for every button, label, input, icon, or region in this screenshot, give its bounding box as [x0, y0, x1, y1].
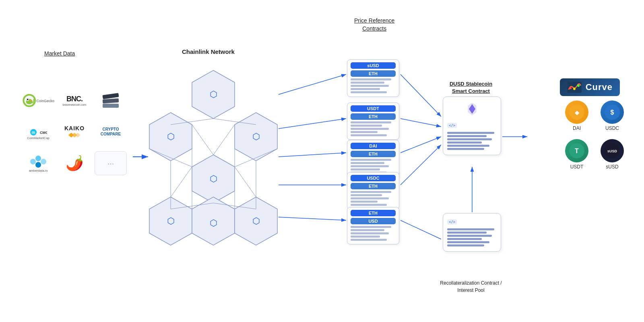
- svg-text:⬡: ⬡: [167, 131, 175, 142]
- token-susd: sUSD sUSD: [601, 139, 624, 170]
- contract-susd-eth: sUSD ETH: [347, 59, 399, 97]
- logo-bnc: BNC. bravenewcoin.com: [58, 88, 91, 113]
- diagram-container: ⬡ ⬡ ⬡ ⬡ ⬡ ⬡ ⬡: [0, 0, 644, 322]
- svg-text:sUSD: sUSD: [607, 149, 617, 153]
- market-data-section: CoinGecko BNC. bravenewcoin.com m C: [22, 88, 127, 175]
- recoll-contract-card: </>: [443, 213, 501, 252]
- logo-more: ···: [95, 151, 127, 175]
- svg-point-49: [30, 100, 32, 101]
- logo-coingecko: CoinGecko: [22, 88, 54, 113]
- chainlink-network-label: Chainlink Network: [182, 48, 235, 55]
- svg-line-39: [400, 137, 441, 153]
- recoll-label: Recollateralization Contract /Interest P…: [427, 279, 515, 294]
- dai-circle: ◈: [565, 100, 588, 124]
- svg-text:⬡: ⬡: [252, 131, 260, 142]
- svg-line-23: [192, 125, 213, 155]
- svg-line-29: [171, 203, 213, 209]
- contract-usdt-eth: USDT ETH: [347, 103, 399, 140]
- badge-susd: sUSD: [351, 62, 396, 69]
- usdt-circle: T: [565, 139, 588, 162]
- svg-line-38: [400, 119, 441, 127]
- logo-amberdata: amberdata.io: [22, 151, 54, 175]
- svg-text:⬡: ⬡: [210, 89, 217, 99]
- contract-usdc-eth: USDC ETH: [347, 172, 399, 209]
- badge-usdc: USDC: [351, 175, 396, 181]
- svg-line-26: [235, 149, 277, 167]
- svg-rect-51: [103, 98, 119, 104]
- svg-marker-3: [149, 113, 192, 161]
- svg-line-34: [279, 153, 346, 157]
- badge-usd: USD: [351, 218, 396, 224]
- svg-line-24: [213, 125, 235, 155]
- badge-eth-4: ETH: [351, 183, 396, 189]
- svg-line-16: [213, 119, 256, 125]
- token-row-2: T USDT sUSD sUSD: [565, 139, 624, 170]
- contract-eth-usd: ETH USD: [347, 207, 399, 244]
- svg-marker-1: [192, 70, 235, 119]
- logo-kaiko: KAIKO: [58, 120, 91, 144]
- svg-rect-52: [103, 104, 119, 108]
- svg-marker-9: [149, 197, 192, 245]
- svg-line-15: [171, 119, 213, 125]
- svg-text:m: m: [32, 130, 35, 135]
- badge-dai: DAI: [351, 143, 396, 149]
- svg-point-67: [577, 84, 580, 87]
- usdc-label: USDC: [605, 125, 619, 131]
- logo-stackery: [95, 88, 127, 113]
- svg-line-36: [279, 217, 346, 220]
- svg-point-62: [35, 162, 41, 168]
- usdc-circle: $: [601, 100, 624, 124]
- logo-coinmarketcap: m CMC CoinMarketCap: [22, 120, 54, 144]
- svg-text:⬡: ⬡: [167, 216, 175, 226]
- token-usdc: $ USDC: [601, 100, 624, 131]
- svg-line-33: [279, 119, 346, 129]
- svg-line-28: [235, 167, 256, 197]
- svg-text:CMC: CMC: [40, 131, 47, 135]
- svg-line-27: [171, 167, 192, 197]
- dusd-smart-contract-card: </>: [443, 96, 501, 155]
- badge-usdt: USDT: [351, 105, 396, 112]
- logo-chili: 🌶️: [58, 151, 91, 175]
- svg-marker-5: [235, 113, 277, 161]
- svg-point-59: [30, 159, 36, 164]
- svg-point-61: [41, 159, 46, 164]
- price-ref-label: Price ReferenceContracts: [354, 17, 394, 33]
- svg-marker-58: [75, 133, 80, 137]
- dusd-label: DUSD StablecoinSmart Contract: [431, 80, 511, 95]
- badge-eth-1: ETH: [351, 70, 396, 77]
- svg-line-25: [149, 149, 192, 167]
- market-data-label: Market Data: [44, 50, 75, 57]
- svg-text:⬡: ⬡: [252, 216, 260, 226]
- susd-circle: sUSD: [601, 139, 624, 162]
- token-dai: ◈ DAI: [565, 100, 588, 131]
- svg-point-65: [569, 87, 572, 89]
- svg-text:◈: ◈: [574, 109, 580, 116]
- token-usdt: T USDT: [565, 139, 588, 170]
- svg-marker-7: [192, 155, 235, 203]
- svg-text:⬡: ⬡: [210, 218, 217, 228]
- svg-line-43: [400, 220, 441, 239]
- svg-point-48: [27, 98, 29, 100]
- token-section: ◈ DAI $ USDC: [565, 100, 624, 178]
- logo-cryptocompare: CRYPTOCOMPARE: [95, 120, 127, 144]
- recoll-code-tag: </>: [447, 219, 457, 224]
- svg-text:$: $: [611, 109, 614, 116]
- svg-marker-11: [192, 197, 235, 245]
- svg-line-40: [400, 145, 441, 185]
- svg-text:⬡: ⬡: [210, 174, 217, 184]
- svg-marker-13: [235, 197, 277, 245]
- svg-line-30: [213, 203, 256, 209]
- svg-line-32: [279, 74, 346, 94]
- dai-label: DAI: [573, 125, 581, 131]
- curve-label: Curve: [586, 82, 613, 92]
- curve-badge: Curve: [560, 78, 620, 96]
- svg-point-66: [573, 88, 576, 90]
- logo-grid: CoinGecko BNC. bravenewcoin.com m C: [22, 88, 127, 175]
- svg-point-63: [470, 107, 475, 111]
- susd-label: sUSD: [606, 164, 618, 170]
- token-row-1: ◈ DAI $ USDC: [565, 100, 624, 131]
- badge-eth-2: ETH: [351, 113, 396, 120]
- svg-text:T: T: [575, 148, 579, 154]
- more-dots-box: ···: [95, 151, 127, 175]
- usdt-label: USDT: [570, 164, 584, 170]
